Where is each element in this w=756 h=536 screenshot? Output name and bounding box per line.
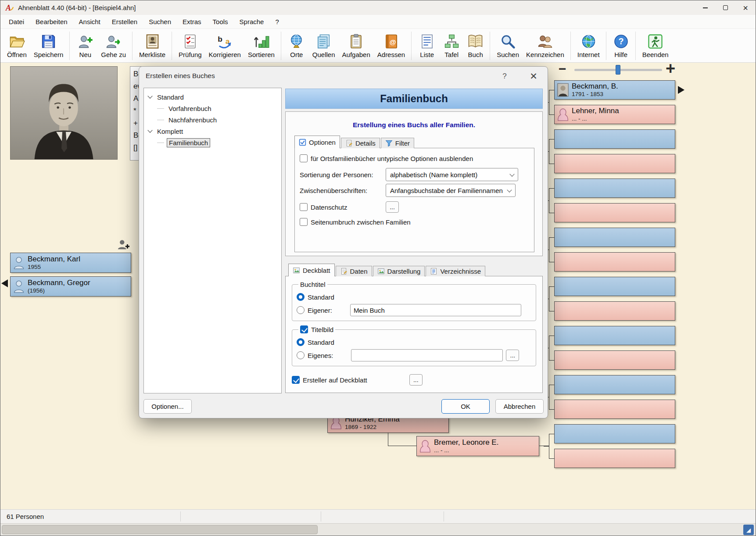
dialog-tab[interactable]: Deckblatt (288, 264, 335, 276)
image-browse-button[interactable]: ... (506, 350, 519, 361)
toolbar-button[interactable]: Merkliste (136, 32, 172, 60)
person-box[interactable] (554, 179, 675, 198)
toolbar-button[interactable]: Buch (464, 32, 490, 60)
person-box[interactable] (554, 252, 675, 272)
person-box[interactable] (554, 203, 675, 222)
dialog-help-button[interactable]: ? (498, 71, 511, 82)
toolbar-button[interactable]: Beenden (639, 32, 672, 60)
menu-item[interactable]: ? (269, 16, 284, 28)
person-box[interactable] (554, 375, 675, 394)
person-box[interactable]: Beckmann, Gregor (1956) (10, 276, 131, 297)
person-box[interactable]: Lehner, Minna ... - ... (554, 105, 675, 124)
menu-item[interactable]: Bearbeiten (30, 16, 73, 28)
dialog-tab[interactable]: Filter (381, 138, 414, 148)
tree-item[interactable]: Komplett (144, 125, 281, 137)
toolbar-button[interactable]: Prüfung (175, 32, 205, 60)
hide-atypical-checkbox[interactable] (300, 154, 308, 162)
toolbar-button[interactable]: Speichern (30, 32, 70, 60)
more-ancestors-arrow-icon[interactable] (678, 86, 684, 94)
horizontal-scrollbar-thumb[interactable] (2, 525, 318, 534)
menu-item[interactable]: Datei (3, 16, 30, 28)
toolbar-button[interactable]: Öffnen (4, 32, 30, 60)
person-silhouette-icon (557, 353, 569, 367)
person-box[interactable] (554, 228, 675, 247)
subheadings-dropdown[interactable]: Anfangsbuchstabe der Familiennamen (386, 184, 516, 197)
toolbar-button[interactable]: Liste (415, 32, 439, 60)
person-box[interactable] (554, 400, 675, 419)
titleimage-custom-radio[interactable] (297, 351, 305, 359)
add-person-icon[interactable] (117, 238, 130, 251)
options-button[interactable]: Optionen... (143, 399, 192, 414)
person-box[interactable] (554, 350, 675, 370)
person-box[interactable] (554, 129, 675, 149)
minimize-button[interactable] (695, 0, 715, 15)
tree-item[interactable]: Nachfahrenbuch (144, 114, 281, 125)
ok-button[interactable]: OK (441, 399, 490, 414)
booktitle-standard-radio[interactable] (297, 293, 305, 301)
person-box[interactable] (554, 154, 675, 173)
cancel-button[interactable]: Abbrechen (495, 399, 544, 414)
portrait-photo[interactable] (10, 66, 118, 160)
menu-item[interactable]: Tools (207, 16, 234, 28)
person-box[interactable] (554, 449, 675, 468)
pagebreak-checkbox[interactable] (300, 218, 308, 226)
toolbar-button[interactable]: Suchen (493, 32, 523, 60)
scroll-left-arrow-icon[interactable] (1, 279, 8, 287)
close-button[interactable]: × (735, 0, 756, 15)
toolbar-button[interactable]: Sortieren (244, 32, 281, 60)
person-silhouette-icon (557, 181, 569, 195)
toolbar-button[interactable]: Orte (284, 32, 309, 60)
toolbar-button[interactable]: Neu (73, 32, 97, 60)
titelbild-checkbox[interactable] (300, 325, 308, 333)
dialog-tab[interactable]: Verzeichnisse (426, 266, 485, 276)
dialog-tab[interactable]: Daten (336, 266, 372, 276)
titleimage-standard-radio[interactable] (297, 338, 305, 346)
toolbar-button[interactable]: Quellen (309, 32, 339, 60)
toolbar-button[interactable]: Internet (574, 32, 606, 60)
tree-item[interactable]: Vorfahrenbuch (144, 103, 281, 114)
toolbar-button-label: Quellen (312, 51, 335, 58)
toolbar-button[interactable]: Hilfe (609, 32, 636, 60)
menu-item[interactable]: Ansicht (73, 16, 106, 28)
custom-image-input[interactable] (351, 349, 503, 361)
scroll-corner-button[interactable]: ◢ (743, 525, 754, 535)
booktitle-custom-radio[interactable] (297, 306, 305, 314)
person-box[interactable]: Beckmann, Karl 1955 (10, 253, 131, 273)
toolbar-button[interactable]: Aufgaben (339, 32, 374, 60)
tree-item[interactable]: Standard (144, 91, 281, 103)
dialog-close-button[interactable]: ✕ (526, 70, 541, 83)
tree-connector-line (544, 446, 549, 447)
person-box[interactable]: Bremer, Leonore E. ... - ... (416, 436, 539, 456)
person-box[interactable] (554, 301, 675, 321)
toolbar-button[interactable]: Gehe zu (97, 32, 133, 60)
tree-item[interactable]: Familienbuch (144, 137, 281, 148)
sort-persons-dropdown[interactable]: alphabetisch (Name komplett) (386, 168, 518, 181)
person-box[interactable] (554, 424, 675, 443)
menu-item[interactable]: Suchen (143, 16, 177, 28)
zoom-slider-thumb[interactable] (616, 65, 620, 75)
person-box[interactable] (554, 326, 675, 345)
privacy-browse-button[interactable]: ... (386, 201, 399, 213)
toolbar-button[interactable]: Korrigieren (205, 32, 244, 60)
toolbar-button-label: Buch (468, 51, 483, 58)
menu-item[interactable]: Erstellen (106, 16, 143, 28)
person-box[interactable]: Beckmann, B. 1791 - 1853 (554, 80, 675, 100)
toolbar-button[interactable]: Kennzeichen (523, 32, 571, 60)
toolbar-button[interactable]: Tafel (439, 32, 464, 60)
zoom-in-button[interactable]: + (666, 60, 675, 77)
privacy-checkbox[interactable] (300, 203, 308, 211)
save-floppy-icon (40, 33, 57, 50)
creator-browse-button[interactable]: ... (409, 374, 423, 386)
custom-book-title-input[interactable] (350, 304, 521, 316)
creator-checkbox[interactable] (292, 376, 300, 384)
dialog-tab[interactable]: Darstellung (373, 266, 425, 276)
person-box[interactable] (554, 277, 675, 296)
maximize-button[interactable] (715, 0, 735, 15)
menu-item[interactable]: Sprache (234, 16, 270, 28)
toolbar-button[interactable]: Adressen (374, 32, 412, 60)
dialog-tab[interactable]: Optionen (294, 136, 340, 148)
menu-item[interactable]: Extras (177, 16, 207, 28)
zoom-out-button[interactable]: − (559, 63, 566, 75)
person-silhouette-icon (557, 206, 569, 220)
dialog-tab[interactable]: Details (341, 138, 380, 148)
